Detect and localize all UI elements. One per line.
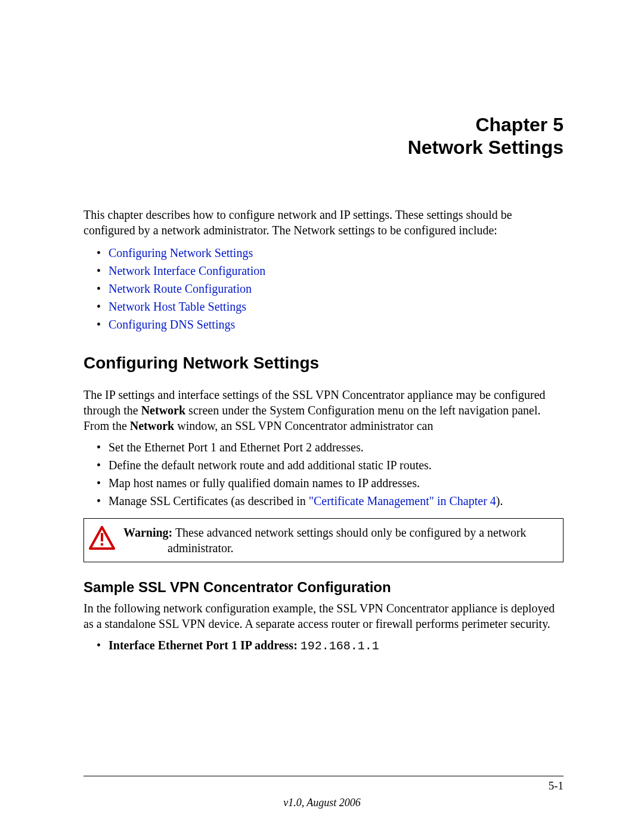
toc-link[interactable]: Network Interface Configuration bbox=[109, 264, 265, 277]
version-footer: v1.0, August 2006 bbox=[0, 797, 644, 809]
list-item: Manage SSL Certificates (as described in… bbox=[83, 492, 564, 510]
warning-box: Warning: These advanced network settings… bbox=[83, 518, 564, 562]
toc-link-item: Network Route Configuration bbox=[83, 280, 564, 298]
section1-paragraph: The IP settings and interface settings o… bbox=[83, 387, 564, 433]
toc-link[interactable]: Configuring Network Settings bbox=[109, 246, 253, 259]
bold-text: Interface Ethernet Port 1 IP address: bbox=[109, 639, 301, 652]
toc-link[interactable]: Network Host Table Settings bbox=[109, 300, 246, 313]
text: Manage SSL Certificates (as described in bbox=[109, 494, 309, 507]
toc-link-item: Configuring DNS Settings bbox=[83, 315, 564, 333]
svg-rect-2 bbox=[101, 543, 103, 546]
bold-text: Network bbox=[141, 404, 185, 417]
section2-paragraph: In the following network configuration e… bbox=[83, 600, 564, 631]
chapter-name: Network Settings bbox=[83, 136, 564, 159]
toc-link-item: Network Host Table Settings bbox=[83, 298, 564, 315]
subsection-heading: Sample SSL VPN Concentrator Configuratio… bbox=[83, 579, 564, 596]
crossref-link[interactable]: "Certificate Management" in Chapter 4 bbox=[309, 494, 496, 507]
toc-link-item: Configuring Network Settings bbox=[83, 244, 564, 262]
intro-paragraph: This chapter describes how to configure … bbox=[83, 207, 564, 238]
list-item: Set the Ethernet Port 1 and Ethernet Por… bbox=[83, 438, 564, 456]
text: window, an SSL VPN Concentrator administ… bbox=[174, 419, 433, 432]
list-item: Interface Ethernet Port 1 IP address: 19… bbox=[83, 636, 564, 655]
page-number: 5-1 bbox=[549, 779, 564, 792]
warning-text: Warning: These advanced network settings… bbox=[123, 525, 527, 556]
config-list: Interface Ethernet Port 1 IP address: 19… bbox=[83, 636, 564, 655]
svg-rect-1 bbox=[101, 533, 103, 541]
bold-text: Network bbox=[130, 419, 174, 432]
warning-label: Warning: bbox=[123, 526, 172, 539]
document-page: Chapter 5 Network Settings This chapter … bbox=[0, 0, 644, 833]
text: These advanced network settings should o… bbox=[172, 526, 526, 539]
list-item: Map host names or fully qualified domain… bbox=[83, 474, 564, 492]
footer-rule bbox=[83, 776, 564, 776]
warning-icon bbox=[89, 526, 117, 552]
toc-link-list: Configuring Network Settings Network Int… bbox=[83, 244, 564, 333]
toc-link[interactable]: Network Route Configuration bbox=[109, 282, 252, 295]
text: administrator. bbox=[123, 540, 527, 556]
mono-text: 192.168.1.1 bbox=[301, 639, 379, 653]
text: ). bbox=[496, 494, 503, 507]
section-heading: Configuring Network Settings bbox=[83, 354, 564, 373]
list-item: Define the default network route and add… bbox=[83, 456, 564, 474]
chapter-number: Chapter 5 bbox=[83, 113, 564, 136]
toc-link[interactable]: Configuring DNS Settings bbox=[109, 318, 235, 331]
feature-list: Set the Ethernet Port 1 and Ethernet Por… bbox=[83, 438, 564, 510]
toc-link-item: Network Interface Configuration bbox=[83, 262, 564, 280]
chapter-title: Chapter 5 Network Settings bbox=[83, 113, 564, 159]
